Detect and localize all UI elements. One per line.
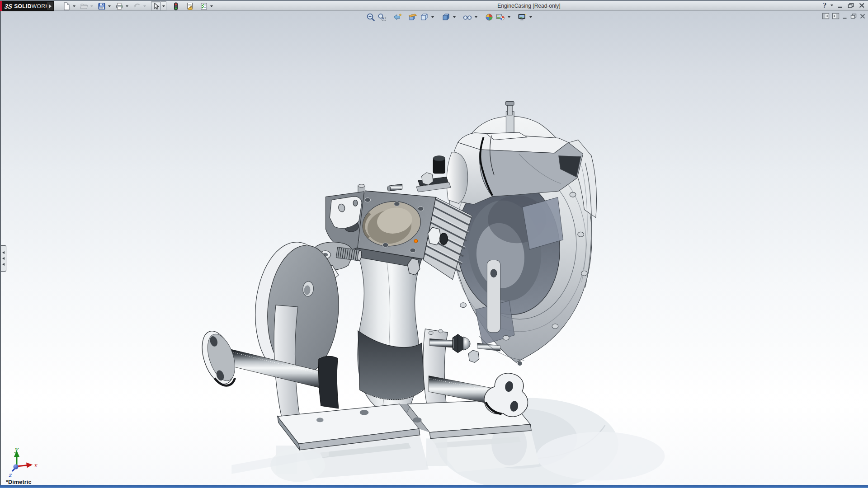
undo-icon xyxy=(133,2,141,10)
rebuild-button[interactable] xyxy=(171,1,181,11)
section-view-button[interactable] xyxy=(407,12,418,22)
open-dropdown-caret[interactable] xyxy=(90,5,93,7)
selection-vertex-dot[interactable] xyxy=(414,239,418,243)
undo-button[interactable] xyxy=(132,1,142,11)
triad-z-label: z xyxy=(9,472,12,478)
view-settings-button[interactable] xyxy=(517,12,527,22)
hide-show-items-button[interactable] xyxy=(462,12,472,22)
zoom-to-fit-button[interactable] xyxy=(365,12,376,22)
open-folder-icon xyxy=(80,2,88,10)
triad-x-label: x xyxy=(34,462,38,469)
save-floppy-icon xyxy=(98,2,106,10)
previous-view-icon xyxy=(393,13,402,22)
restore-button[interactable] xyxy=(848,2,854,9)
options-button[interactable] xyxy=(199,1,209,11)
chevron-left-icon xyxy=(2,251,5,254)
display-style-icon xyxy=(441,13,450,22)
titlebar-window-controls: ? xyxy=(823,2,865,9)
new-dropdown-caret[interactable] xyxy=(73,5,75,7)
edit-appearance-button[interactable] xyxy=(484,12,494,22)
model-top-fasteners xyxy=(387,156,451,192)
heads-up-view-toolbar xyxy=(365,12,533,22)
select-cursor-icon xyxy=(152,2,160,10)
x-axis-arrow xyxy=(26,463,33,468)
view-orientation-button[interactable] xyxy=(419,12,429,22)
print-icon xyxy=(115,2,123,10)
zoom-to-area-button[interactable] xyxy=(377,12,387,22)
titlebar: 3S SOLIDWORKS xyxy=(0,0,868,11)
select-tool-button[interactable] xyxy=(151,1,161,11)
chevron-left-icon xyxy=(2,263,5,266)
traffic-light-icon xyxy=(172,2,180,10)
undo-dropdown-caret[interactable] xyxy=(143,5,146,7)
print-dropdown-caret[interactable] xyxy=(126,5,128,7)
view-orientation-icon xyxy=(420,13,429,22)
section-view-icon xyxy=(408,13,417,22)
solidworks-logo[interactable]: 3S SOLIDWORKS xyxy=(0,1,54,11)
print-button[interactable] xyxy=(114,1,124,11)
help-dropdown-caret[interactable] xyxy=(830,5,833,6)
select-dropdown-caret[interactable] xyxy=(161,1,166,11)
apply-scene-caret[interactable] xyxy=(508,16,510,18)
document-title: EngineCasing [Read-only] xyxy=(470,3,588,9)
graphics-area[interactable]: y x z *Dimetric xyxy=(0,11,868,488)
open-button[interactable] xyxy=(79,1,89,11)
chevron-left-icon xyxy=(2,257,5,260)
previous-view-button[interactable] xyxy=(392,12,402,22)
zoom-to-fit-icon xyxy=(366,13,375,22)
view-settings-icon xyxy=(518,13,527,22)
help-icon[interactable]: ? xyxy=(823,2,826,9)
menu-expand-arrow[interactable] xyxy=(47,2,53,10)
featuremanager-collapsed-tab[interactable] xyxy=(1,245,6,272)
pane-toggle-right-button[interactable] xyxy=(832,13,840,19)
display-style-caret[interactable] xyxy=(453,16,456,18)
document-minimize-button[interactable] xyxy=(842,13,848,19)
document-close-button[interactable] xyxy=(859,13,866,19)
view-settings-caret[interactable] xyxy=(529,16,532,18)
hide-show-items-caret[interactable] xyxy=(475,16,477,18)
close-button[interactable] xyxy=(859,2,865,9)
triad-origin-ball xyxy=(14,465,19,469)
options-checklist-icon xyxy=(200,2,208,10)
3d-model-engine-casing[interactable] xyxy=(1,11,868,488)
new-document-icon xyxy=(62,2,71,10)
minimize-button[interactable] xyxy=(837,2,844,9)
view-orientation-label: *Dimetric xyxy=(6,479,32,485)
appearance-ball-icon xyxy=(485,13,494,22)
pane-toggle-left-button[interactable] xyxy=(822,13,830,19)
view-orientation-caret[interactable] xyxy=(431,16,434,18)
save-button[interactable] xyxy=(97,1,107,11)
new-document-button[interactable] xyxy=(61,1,71,11)
eyeglasses-icon xyxy=(463,13,472,22)
logo-accent-stripe xyxy=(0,1,2,11)
options-dropdown-caret[interactable] xyxy=(210,5,213,7)
document-window-controls xyxy=(822,13,866,19)
save-dropdown-caret[interactable] xyxy=(108,5,111,7)
document-restore-button[interactable] xyxy=(850,13,857,19)
apply-scene-icon xyxy=(496,13,505,22)
apply-scene-button[interactable] xyxy=(495,12,505,22)
file-properties-icon xyxy=(186,2,194,10)
main-toolbar xyxy=(61,1,216,11)
zoom-to-area-icon xyxy=(377,13,387,22)
3ds-logo-icon: 3S xyxy=(4,3,13,10)
display-style-button[interactable] xyxy=(440,12,451,22)
file-properties-button[interactable] xyxy=(185,1,195,11)
taskbar-top-edge xyxy=(0,485,868,488)
